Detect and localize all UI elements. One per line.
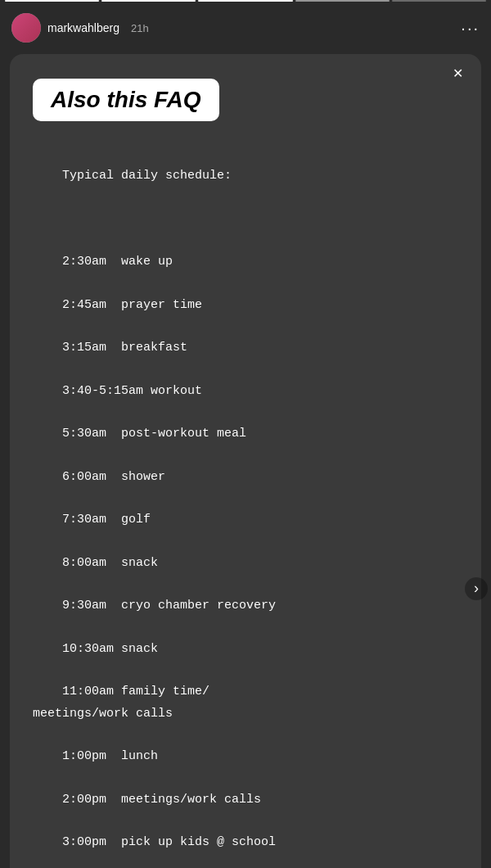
progress-bar-4	[295, 0, 390, 2]
schedule-intro: Typical daily schedule:	[62, 169, 232, 183]
close-button[interactable]: ✕	[446, 62, 470, 84]
schedule-item-12: 1:00pm lunch	[62, 749, 158, 763]
schedule-item-5: 5:30am post-workout meal	[62, 427, 246, 441]
avatar[interactable]	[11, 13, 41, 43]
schedule-item-14: 3:00pm pick up kids @ school	[62, 835, 276, 849]
timestamp: 21h	[131, 22, 149, 34]
top-bar: markwahlberg 21h ···	[0, 5, 491, 49]
nav-arrow-right[interactable]: ›	[465, 577, 488, 600]
progress-bars	[0, 0, 491, 2]
progress-bar-1	[5, 0, 99, 2]
schedule-item-9: 9:30am cryo chamber recovery	[62, 599, 276, 613]
schedule-item-4: 3:40-5:15am workout	[62, 384, 202, 398]
top-bar-left: markwahlberg 21h	[11, 13, 149, 43]
schedule-item-6: 6:00am shower	[62, 470, 165, 484]
schedule-item-7: 7:30am golf	[62, 513, 151, 527]
schedule-item-3: 3:15am breakfast	[62, 341, 187, 355]
right-arrow-icon: ›	[474, 580, 479, 597]
schedule-item-1: 2:30am wake up	[62, 255, 173, 269]
faq-badge: Also this FAQ	[33, 79, 219, 121]
story-card: ✕ Also this FAQ Typical daily schedule: …	[10, 54, 481, 868]
progress-bar-5	[392, 0, 486, 2]
more-options-icon[interactable]: ···	[461, 19, 480, 38]
progress-bar-3	[198, 0, 292, 2]
schedule-item-10: 10:30am snack	[62, 642, 158, 656]
schedule-item-13: 2:00pm meetings/work calls	[62, 793, 261, 807]
schedule-item-8: 8:00am snack	[62, 556, 158, 570]
schedule-item-2: 2:45am prayer time	[62, 298, 202, 312]
schedule-content: Typical daily schedule: 2:30am wake up 2…	[33, 144, 458, 868]
faq-title: Also this FAQ	[51, 87, 201, 112]
progress-bar-2	[101, 0, 196, 2]
schedule-item-11: 11:00am family time/meetings/work calls	[33, 685, 209, 720]
username[interactable]: markwahlberg	[47, 21, 119, 34]
